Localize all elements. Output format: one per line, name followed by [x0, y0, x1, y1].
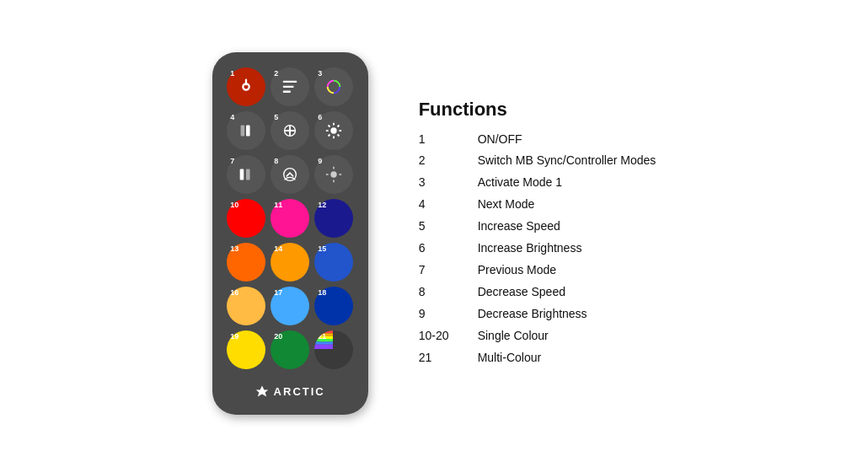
func-description: Decrease Speed	[478, 282, 565, 303]
func-description: Increase Brightness	[478, 238, 582, 260]
svg-point-21	[331, 171, 337, 177]
func-number: 10-20	[419, 325, 478, 347]
svg-rect-1	[283, 81, 297, 83]
function-item: 6 Increase Brightness	[419, 238, 656, 260]
svg-line-16	[338, 125, 340, 126]
svg-rect-19	[246, 169, 250, 180]
func-description: Next Mode	[478, 194, 535, 216]
btn-6[interactable]: 6	[314, 111, 353, 150]
svg-rect-3	[283, 91, 291, 93]
function-item: 4 Next Mode	[419, 194, 656, 216]
btn-13[interactable]: 13	[227, 243, 265, 282]
btn-7[interactable]: 7	[227, 155, 265, 194]
function-item: 1 ON/OFF	[419, 129, 656, 151]
func-number: 21	[419, 347, 478, 369]
svg-marker-32	[255, 386, 267, 397]
function-item: 3 Activate Mode 1	[419, 172, 656, 194]
svg-line-14	[329, 125, 330, 126]
func-description: Single Colour	[478, 325, 549, 347]
svg-rect-2	[283, 86, 294, 88]
func-number: 5	[419, 216, 478, 238]
btn-20[interactable]: 20	[271, 330, 309, 369]
func-description: Decrease Brightness	[478, 303, 587, 325]
btn-4[interactable]: 4	[227, 111, 265, 150]
function-item: 9 Decrease Brightness	[419, 303, 656, 325]
svg-rect-30	[314, 341, 333, 344]
btn-1[interactable]: 1	[227, 67, 265, 106]
button-grid: 1 2 3 4	[227, 67, 353, 369]
btn-11[interactable]: 11	[271, 199, 309, 238]
functions-list: 1 ON/OFF 2 Switch MB Sync/Controller Mod…	[419, 129, 656, 369]
func-number: 1	[419, 129, 478, 151]
svg-rect-18	[240, 169, 244, 180]
svg-line-15	[338, 134, 340, 136]
brand-name: ARCTIC	[274, 385, 325, 398]
btn-8[interactable]: 8	[271, 155, 309, 194]
svg-line-17	[329, 134, 330, 136]
func-number: 2	[419, 150, 478, 172]
svg-rect-6	[246, 126, 250, 137]
func-number: 9	[419, 303, 478, 325]
btn-14[interactable]: 14	[271, 243, 309, 282]
func-number: 4	[419, 194, 478, 216]
btn-5[interactable]: 5	[271, 111, 309, 150]
func-number: 6	[419, 238, 478, 260]
functions-title: Functions	[419, 99, 656, 121]
btn-9[interactable]: 9	[314, 155, 353, 194]
btn-12[interactable]: 12	[314, 199, 353, 238]
btn-19[interactable]: 19	[227, 330, 265, 369]
brand-bar: ARCTIC	[255, 384, 325, 398]
func-description: ON/OFF	[478, 129, 522, 151]
btn-15[interactable]: 15	[314, 243, 353, 282]
svg-rect-5	[241, 126, 245, 137]
svg-rect-31	[314, 345, 333, 349]
func-number: 8	[419, 282, 478, 303]
btn-21[interactable]: 21	[314, 330, 353, 369]
func-description: Switch MB Sync/Controller Modes	[478, 150, 656, 172]
function-item: 2 Switch MB Sync/Controller Modes	[419, 150, 656, 172]
btn-10[interactable]: 10	[227, 199, 265, 238]
function-item: 8 Decrease Speed	[419, 282, 656, 303]
svg-point-9	[331, 127, 337, 133]
function-item: 7 Previous Mode	[419, 260, 656, 282]
function-item: 21 Multi-Colour	[419, 347, 656, 369]
main-container: 1 2 3 4	[196, 35, 673, 432]
svg-point-8	[288, 129, 292, 132]
func-number: 7	[419, 260, 478, 282]
btn-3[interactable]: 3	[314, 67, 353, 106]
func-description: Activate Mode 1	[478, 172, 562, 194]
btn-2[interactable]: 2	[271, 67, 309, 106]
func-description: Previous Mode	[478, 260, 556, 282]
func-description: Increase Speed	[478, 216, 560, 238]
btn-17[interactable]: 17	[271, 287, 309, 325]
function-item: 10-20 Single Colour	[419, 325, 656, 347]
btn-16[interactable]: 16	[227, 287, 265, 325]
remote-control: 1 2 3 4	[212, 52, 368, 415]
function-item: 5 Increase Speed	[419, 216, 656, 238]
functions-section: Functions 1 ON/OFF 2 Switch MB Sync/Cont…	[419, 99, 656, 369]
arctic-logo-icon	[255, 384, 269, 398]
func-number: 3	[419, 172, 478, 194]
btn-18[interactable]: 18	[314, 287, 353, 325]
func-description: Multi-Colour	[478, 347, 541, 369]
